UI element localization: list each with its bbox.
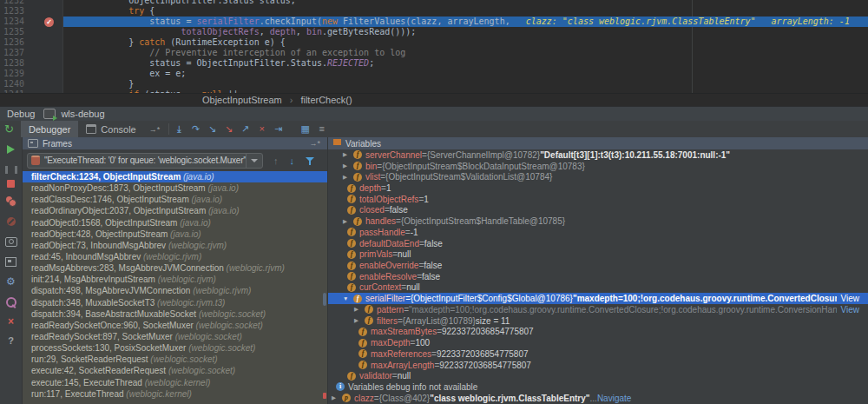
close-button[interactable]: × bbox=[0, 315, 22, 328]
thread-dump-button[interactable] bbox=[0, 235, 22, 248]
variable-row[interactable]: fvalidator = null bbox=[328, 370, 868, 381]
rerun-icon[interactable]: ↻ bbox=[4, 121, 14, 137]
navigate-link[interactable]: Navigate bbox=[597, 394, 631, 403]
evaluate-expression-icon[interactable]: ▦ bbox=[299, 121, 312, 137]
view-link[interactable]: View bbox=[837, 304, 868, 315]
show-execution-point-icon[interactable]: ⇥ bbox=[171, 123, 187, 136]
next-frame-icon[interactable]: ↓ bbox=[290, 156, 295, 166]
variable-row[interactable]: ▶fvlist = {ObjectInputStream$ValidationL… bbox=[328, 171, 868, 182]
variable-row[interactable]: fcurContext = null bbox=[328, 282, 868, 294]
frame-row[interactable]: readReadySocketOnce:960, SocketMuxer (we… bbox=[23, 320, 327, 331]
variables-tree[interactable]: ▶fserverChannel = {ServerChannelImpl@107… bbox=[328, 149, 868, 404]
variable-row[interactable]: fclosed = false bbox=[328, 205, 868, 216]
code-lines[interactable]: ObjectInputFilter.Status status; try { s… bbox=[63, 0, 868, 93]
pin-tab-icon[interactable]: →* bbox=[144, 125, 166, 134]
frame-row[interactable]: run:117, ExecuteThread (weblogic.kernel) bbox=[23, 388, 327, 400]
frames-list[interactable]: filterCheck:1234, ObjectInputStream (jav… bbox=[23, 171, 327, 404]
code-line[interactable]: ObjectInputFilter.Status status; bbox=[63, 0, 868, 6]
resume-button[interactable] bbox=[0, 142, 22, 156]
tab-debugger[interactable]: Debugger bbox=[21, 121, 78, 137]
code-line[interactable]: status = serialFilter.checkInput(new Fil… bbox=[63, 17, 868, 27]
thread-dropdown[interactable]: "ExecuteThread: '0' for queue: 'weblogic… bbox=[27, 153, 263, 169]
pause-button[interactable] bbox=[0, 162, 22, 176]
editor-gutter[interactable]: 123212331234✓123512361237123812391240124… bbox=[0, 0, 63, 93]
expand-arrow-icon[interactable]: ▶ bbox=[352, 306, 365, 313]
thread-dropdown-arrow[interactable] bbox=[246, 154, 262, 168]
frame-row[interactable]: readObject:73, InboundMsgAbbrev (weblogi… bbox=[23, 240, 327, 251]
hide-frames-filter-icon[interactable] bbox=[306, 156, 314, 165]
frame-row[interactable]: readObject:428, ObjectInputStream (java.… bbox=[23, 228, 327, 240]
help-button[interactable]: ? bbox=[0, 334, 22, 348]
expand-arrow-icon[interactable]: ▶ bbox=[330, 394, 342, 401]
code-line[interactable]: ex = e; bbox=[63, 69, 868, 79]
variable-row[interactable]: fenableResolve = false bbox=[328, 271, 868, 282]
frame-row[interactable]: readMsgAbbrevs:283, MsgAbbrevJVMConnecti… bbox=[23, 262, 327, 274]
drop-frame-icon[interactable]: × bbox=[255, 121, 268, 137]
breadcrumb-item[interactable]: filterCheck() bbox=[300, 95, 352, 105]
breakpoint-icon[interactable]: ✓ bbox=[44, 17, 54, 27]
expand-arrow-icon[interactable]: ▶ bbox=[352, 317, 365, 324]
gutter-line-number[interactable]: 1236 bbox=[3, 37, 24, 48]
breadcrumb-item[interactable]: ObjectInputStream bbox=[202, 95, 282, 105]
run-to-cursor-icon[interactable]: ⇥ bbox=[272, 121, 285, 137]
frame-row[interactable]: dispatch:498, MsgAbbrevJVMConnection (we… bbox=[23, 285, 327, 296]
variable-row[interactable]: fprimVals = null bbox=[328, 248, 868, 260]
frame-row[interactable]: readObject0:1568, ObjectInputStream (jav… bbox=[23, 217, 327, 228]
frames-scrollbar[interactable] bbox=[323, 293, 326, 306]
gutter-line-number[interactable]: 1235 bbox=[3, 27, 24, 37]
frame-row[interactable]: run:29, SocketReaderRequest (weblogic.so… bbox=[23, 354, 327, 365]
frames-nav-icon[interactable]: →* bbox=[309, 139, 320, 148]
expand-arrow-icon[interactable]: ▶ bbox=[341, 162, 353, 169]
code-line[interactable]: totalObjectRefs, depth, bin.getBytesRead… bbox=[63, 27, 868, 37]
expand-arrow-icon[interactable]: ▼ bbox=[341, 295, 353, 301]
variable-row[interactable]: ftotalObjectRefs = 1 bbox=[328, 194, 868, 205]
stop-button[interactable] bbox=[0, 176, 22, 190]
expand-arrow-icon[interactable]: ▶ bbox=[341, 218, 353, 225]
settings-button[interactable]: ⚙ bbox=[0, 275, 22, 288]
frame-row[interactable]: dispatch:348, MuxableSocketT3 (weblogic.… bbox=[23, 297, 327, 308]
frame-row[interactable]: dispatch:394, BaseAbstractMuxableSocket … bbox=[23, 308, 327, 320]
variable-row[interactable]: fenableOverride = false bbox=[328, 260, 868, 271]
variable-row[interactable]: fpassHandle = -1 bbox=[328, 227, 868, 238]
layout-settings-icon[interactable]: ≡ bbox=[315, 121, 328, 137]
code-line[interactable]: status = ObjectInputFilter.Status.REJECT… bbox=[63, 58, 868, 69]
variable-row[interactable]: fmaxDepth = 100 bbox=[328, 337, 868, 348]
view-link[interactable]: View bbox=[837, 293, 868, 304]
code-line[interactable]: // Preventive interception of an excepti… bbox=[63, 48, 868, 58]
code-line[interactable]: } bbox=[63, 79, 868, 89]
frame-row[interactable]: readNonProxyDesc:1873, ObjectInputStream… bbox=[23, 182, 327, 194]
variable-row[interactable]: ▶fserverChannel = {ServerChannelImpl@107… bbox=[328, 149, 868, 161]
frame-row[interactable]: init:214, MsgAbbrevInputStream (weblogic… bbox=[23, 274, 327, 285]
variable-row[interactable]: fmaxStreamBytes = 9223372036854775807 bbox=[328, 327, 868, 338]
gutter-line-number[interactable]: 1234 bbox=[3, 17, 24, 27]
pin-tab-button[interactable] bbox=[0, 295, 22, 309]
variable-row[interactable]: ▶pclazz = {Class@402} "class weblogic.rj… bbox=[328, 393, 868, 404]
step-into-icon[interactable]: ↘ bbox=[206, 121, 219, 137]
tab-console[interactable]: Console bbox=[78, 121, 143, 137]
variable-row[interactable]: ▼fserialFilter = {ObjectInputFilter$Conf… bbox=[328, 293, 868, 304]
frame-row[interactable]: readClassDesc:1746, ObjectInputStream (j… bbox=[23, 194, 327, 205]
code-editor[interactable]: 123212331234✓123512361237123812391240124… bbox=[0, 0, 868, 93]
frame-row[interactable]: readReadySocket:897, SocketMuxer (weblog… bbox=[23, 331, 327, 342]
frame-row[interactable]: readOrdinaryObject:2037, ObjectInputStre… bbox=[23, 205, 327, 216]
gutter-line-number[interactable]: 1238 bbox=[3, 58, 24, 69]
code-line[interactable]: } catch (RuntimeException e) { bbox=[63, 37, 868, 48]
gutter-line-number[interactable]: 1232 bbox=[3, 0, 24, 6]
restore-layout-button[interactable] bbox=[0, 255, 22, 268]
step-over-icon[interactable]: ↷ bbox=[189, 121, 202, 137]
frame-row[interactable]: filterCheck:1234, ObjectInputStream (jav… bbox=[23, 171, 327, 182]
frame-row[interactable]: read:45, InboundMsgAbbrev (weblogic.rjvm… bbox=[23, 251, 327, 262]
mute-breakpoints-button[interactable] bbox=[0, 215, 22, 228]
variable-row[interactable]: ▶ffilters = {ArrayList@10789} size = 11 bbox=[328, 315, 868, 327]
gutter-line-number[interactable]: 1237 bbox=[3, 48, 24, 58]
frame-row[interactable]: execute:42, SocketReaderRequest (weblogi… bbox=[23, 365, 327, 376]
variable-row[interactable]: ▶fbin = {ObjectInputStream$BlockDataInpu… bbox=[328, 161, 868, 172]
gutter-line-number[interactable]: 1240 bbox=[3, 79, 24, 89]
expand-arrow-icon[interactable]: ▶ bbox=[341, 151, 353, 158]
force-step-into-icon[interactable]: ↘ bbox=[222, 121, 235, 137]
previous-frame-icon[interactable]: ↑ bbox=[273, 156, 279, 166]
gutter-line-number[interactable]: 1239 bbox=[3, 69, 24, 79]
variable-row[interactable]: fdepth = 1 bbox=[328, 182, 868, 194]
variable-row[interactable]: ▶fhandles = {ObjectInputStream$HandleTab… bbox=[328, 215, 868, 227]
frame-row[interactable]: processSockets:130, PosixSocketMuxer (we… bbox=[23, 342, 327, 354]
